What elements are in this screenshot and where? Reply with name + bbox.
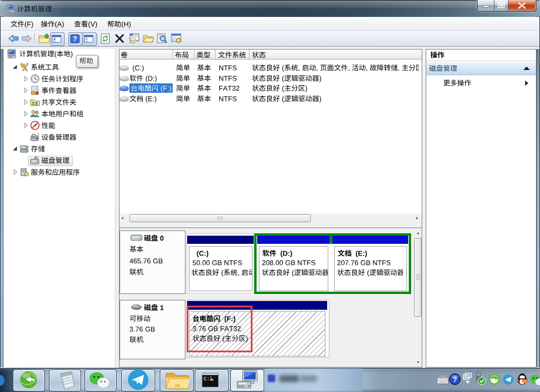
svg-text:?: ? — [73, 35, 77, 43]
svg-text:?: ? — [453, 376, 457, 384]
svg-text:C:\: C:\ — [204, 376, 213, 382]
